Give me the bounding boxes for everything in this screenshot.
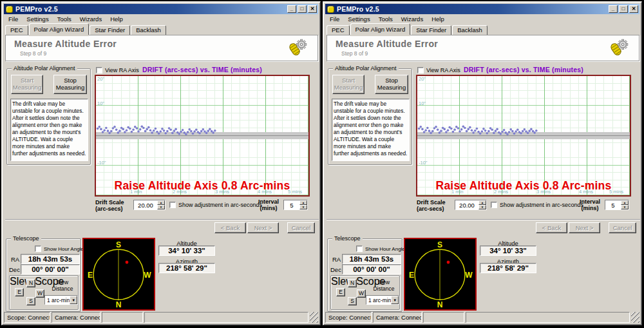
menu-help[interactable]: Help: [431, 15, 444, 23]
compass-south-label: S: [437, 240, 442, 249]
slew-west-button[interactable]: W: [35, 289, 44, 298]
camera-status: Camera: Connected: [373, 312, 422, 323]
slew-south-button[interactable]: S: [348, 297, 357, 305]
menu-wizards[interactable]: Wizards: [80, 15, 102, 23]
interval-spinner: 5 ▲ ▼: [283, 200, 308, 210]
dec-label: Dec: [330, 266, 341, 273]
menu-tools[interactable]: Tools: [57, 15, 71, 23]
slew-east-button[interactable]: E: [15, 288, 24, 296]
dropdown-arrow-icon[interactable]: ▼: [70, 296, 77, 304]
maximize-button[interactable]: □: [298, 5, 307, 13]
drift-scale-down-icon[interactable]: ▼: [478, 205, 486, 209]
back-button[interactable]: < Back: [214, 222, 246, 233]
slew-scope-group: Slew Scope N E W S Slew Distance 1 arc-m…: [9, 275, 79, 310]
interval-label: Interval (mins): [577, 198, 603, 212]
divider: [5, 219, 319, 220]
stop-measuring-button[interactable]: Stop Measuring: [53, 75, 87, 94]
show-hour-angle-checkbox[interactable]: [35, 246, 41, 252]
tab-pec[interactable]: PEC: [5, 25, 28, 35]
drift-scale-down-icon[interactable]: ▼: [157, 205, 165, 209]
tab-strip: PEC Polar Align Wizard Star Finder Backl…: [325, 23, 639, 35]
menu-settings[interactable]: Settings: [348, 15, 370, 23]
menu-tools[interactable]: Tools: [379, 15, 393, 23]
drift-scale-up-icon[interactable]: ▲: [478, 200, 486, 205]
tab-polar-align-wizard[interactable]: Polar Align Wizard: [29, 23, 90, 35]
slew-north-button[interactable]: N: [348, 279, 357, 287]
minimize-button[interactable]: _: [287, 5, 296, 13]
next-button[interactable]: Next >: [569, 222, 600, 233]
altitude-value: 34° 10' 33": [158, 246, 215, 256]
resize-grip[interactable]: [631, 312, 639, 323]
instructions-text: The drift value may be unstable for a co…: [10, 99, 88, 161]
compass-west-label: W: [465, 271, 473, 280]
next-button[interactable]: Next >: [247, 222, 279, 233]
drift-series-svg: [417, 76, 630, 195]
drift-scale-up-icon[interactable]: ▲: [157, 200, 165, 205]
slew-scope-group: Slew Scope N E W S Slew Distance 1 arc-m…: [330, 275, 400, 310]
show-adjustment-checkbox[interactable]: [169, 202, 176, 208]
dual-window-screen: PEMPro v2.5 _ □ ✕ File Settings Tools Wi…: [0, 0, 644, 328]
interval-down-icon[interactable]: ▼: [299, 205, 307, 209]
tab-star-finder[interactable]: Star Finder: [90, 25, 130, 35]
menu-file[interactable]: File: [8, 15, 18, 23]
maximize-button[interactable]: □: [619, 5, 628, 13]
status-panel-3: [423, 312, 464, 323]
menu-file[interactable]: File: [330, 15, 339, 23]
slew-east-button[interactable]: E: [336, 288, 345, 296]
title-bar[interactable]: PEMPro v2.5 _ □ ✕: [325, 4, 639, 14]
ra-value: 18h 43m 53s: [342, 254, 401, 264]
slew-distance-dropdown[interactable]: 1 arc-min ▼: [366, 295, 399, 305]
drift-scale-value[interactable]: 20.00: [455, 202, 478, 209]
interval-value[interactable]: 5: [605, 202, 621, 209]
show-adjustment-checkbox[interactable]: [491, 202, 497, 208]
tab-backlash[interactable]: Backlash: [452, 25, 488, 35]
show-hour-angle-checkbox[interactable]: [356, 246, 363, 252]
azimuth-value: 218° 58' 29": [480, 263, 536, 273]
resize-grip[interactable]: [310, 312, 318, 323]
azimuth-value: 218° 58' 29": [158, 263, 215, 273]
interval-up-icon[interactable]: ▲: [299, 200, 307, 205]
slew-north-button[interactable]: N: [26, 279, 35, 287]
group-label: Altitude Polar Alignment: [333, 65, 399, 72]
tab-polar-align-wizard[interactable]: Polar Align Wizard: [350, 23, 411, 35]
tab-backlash[interactable]: Backlash: [131, 25, 166, 35]
interval-value[interactable]: 5: [284, 202, 299, 209]
slew-south-button[interactable]: S: [26, 297, 35, 305]
menu-bar: File Settings Tools Wizards Help: [4, 15, 318, 23]
slew-distance-dropdown[interactable]: 1 arc-min ▼: [44, 295, 78, 305]
slew-west-button[interactable]: W: [357, 289, 366, 298]
drift-scale-value[interactable]: 20.00: [134, 202, 157, 209]
y-axis-tick-label: -10": [419, 160, 428, 166]
back-button[interactable]: < Back: [536, 222, 567, 233]
tab-star-finder[interactable]: Star Finder: [411, 25, 451, 35]
dropdown-arrow-icon[interactable]: ▼: [391, 296, 399, 304]
show-hour-angle-label: Show Hour Angle: [44, 246, 84, 252]
menu-settings[interactable]: Settings: [26, 15, 48, 23]
compass-svg: S N E W: [84, 239, 154, 309]
close-button[interactable]: ✕: [629, 5, 638, 13]
title-bar[interactable]: PEMPro v2.5 _ □ ✕: [4, 4, 318, 14]
tab-pec[interactable]: PEC: [327, 25, 350, 35]
minimize-button[interactable]: _: [609, 5, 618, 13]
app-icon: [327, 6, 334, 13]
wizard-header: Measure Altitude Error Step 8 of 9: [5, 35, 318, 61]
altitude-value: 34° 10' 33": [480, 246, 536, 256]
compass-east-label: E: [88, 271, 93, 280]
menu-wizards[interactable]: Wizards: [401, 15, 423, 23]
dec-value: 00° 00' 00": [342, 264, 401, 275]
stop-measuring-button[interactable]: Stop Measuring: [375, 75, 408, 94]
dec-label: Dec: [9, 266, 20, 273]
ra-label: RA: [332, 256, 341, 263]
menu-help[interactable]: Help: [110, 15, 123, 23]
start-measuring-button[interactable]: Start Measuring: [332, 75, 365, 94]
status-panel-4: [466, 312, 630, 323]
start-measuring-button[interactable]: Start Measuring: [11, 75, 43, 94]
menu-bar: File Settings Tools Wizards Help: [325, 15, 639, 23]
interval-up-icon[interactable]: ▲: [621, 200, 629, 205]
star-position-dot: [126, 261, 129, 264]
adjustment-annotation: Raise Altitude Axis 0.8 Arc-mins: [96, 179, 308, 193]
cancel-button[interactable]: Cancel: [287, 222, 315, 233]
interval-down-icon[interactable]: ▼: [621, 205, 629, 209]
cancel-button[interactable]: Cancel: [609, 222, 636, 233]
close-button[interactable]: ✕: [308, 5, 317, 13]
